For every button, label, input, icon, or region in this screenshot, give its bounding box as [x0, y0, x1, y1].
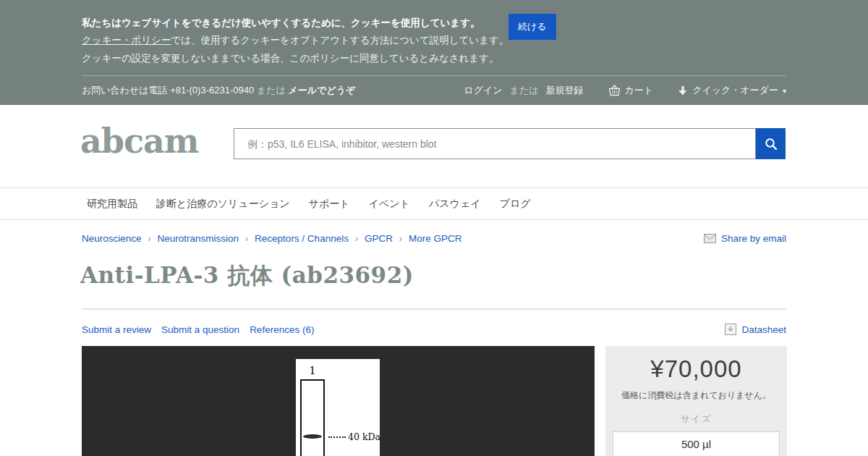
search-input[interactable] [234, 128, 756, 159]
references-link[interactable]: References (6) [250, 324, 314, 335]
protein-band [303, 434, 322, 439]
utility-bar: お問い合わせは電話 +81-(0)3-6231-0940 または メールでどうぞ… [82, 76, 786, 105]
product-image-western-blot[interactable]: 1 40 kDa [82, 346, 595, 456]
contact-email-link[interactable]: メールでどうぞ [288, 85, 355, 96]
download-icon [725, 324, 736, 335]
quick-order-caret-icon: ▾ [783, 87, 786, 95]
breadcrumb-separator-icon: › [355, 234, 358, 244]
molecular-weight-label: 40 kDa [348, 431, 380, 442]
tax-note: 価格に消費税は含まれておりません。 [605, 389, 787, 402]
price-amount: ¥70,000 [605, 355, 787, 383]
page-title: Anti-LPA-3 抗体 (ab23692) [80, 261, 414, 291]
nav-item-support[interactable]: サポート [309, 198, 350, 211]
breadcrumb-neurotransmission[interactable]: Neurotransmission [158, 233, 239, 244]
nav-item-research-products[interactable]: 研究用製品 [87, 198, 137, 211]
top-banner: 私たちはウェブサイトをできるだけ使いやすくするために、クッキーを使用しています。… [0, 0, 868, 105]
product-actions: Submit a review Submit a question Refere… [82, 324, 786, 335]
breadcrumb-separator-icon: › [399, 234, 402, 244]
marker-dotted-line [328, 436, 346, 438]
submit-question-link[interactable]: Submit a question [161, 324, 239, 335]
search-button[interactable] [756, 128, 786, 159]
breadcrumb-receptors-channels[interactable]: Receptors / Channels [255, 233, 349, 244]
title-divider [82, 308, 786, 310]
nav-item-blog[interactable]: ブログ [500, 198, 531, 211]
cookie-message-line2-rest: では、使用するクッキーをオプトアウトする方法について説明しています。 [171, 35, 509, 46]
cookie-message-line1: 私たちはウェブサイトをできるだけ使いやすくするために、クッキーを使用しています。 [82, 17, 480, 30]
main-nav: 研究用製品 診断と治療のソリューション サポート イベント パスウェイ ブログ [0, 187, 868, 220]
login-link[interactable]: ログイン [464, 84, 502, 97]
blot-lane [300, 379, 325, 456]
cart-link[interactable]: カート [608, 84, 654, 97]
submit-review-link[interactable]: Submit a review [82, 324, 151, 335]
contact-text: お問い合わせは電話 +81-(0)3-6231-0940 または メールでどうぞ [82, 84, 355, 97]
breadcrumb-separator-icon: › [148, 234, 151, 244]
breadcrumb-more-gpcr[interactable]: More GPCR [409, 233, 462, 244]
breadcrumb: Neuroscience › Neurotransmission › Recep… [82, 233, 786, 244]
register-link[interactable]: 新規登録 [546, 84, 584, 97]
western-blot-panel: 1 40 kDa [296, 359, 380, 456]
breadcrumb-separator-icon: › [245, 234, 248, 244]
search-icon [764, 137, 778, 151]
contact-phone: +81-(0)3-6231-0940 [170, 85, 254, 96]
share-by-email-link[interactable]: Share by email [704, 233, 786, 244]
nav-item-diagnostics-solutions[interactable]: 診断と治療のソリューション [156, 198, 290, 211]
cookie-continue-button[interactable]: 続ける [509, 14, 556, 40]
size-label: サイズ [605, 413, 787, 426]
cookie-policy-link[interactable]: クッキー・ポリシー [82, 35, 171, 46]
cart-basket-icon [608, 85, 621, 96]
quick-order-link[interactable]: クイック・オーダー ▾ [678, 84, 786, 97]
breadcrumb-neuroscience[interactable]: Neuroscience [82, 233, 142, 244]
size-select[interactable]: 500 µl [613, 431, 780, 456]
price-panel: ¥70,000 価格に消費税は含まれておりません。 サイズ 500 µl [605, 346, 787, 456]
datasheet-link[interactable]: Datasheet [725, 324, 786, 335]
breadcrumb-gpcr[interactable]: GPCR [365, 233, 393, 244]
nav-item-pathways[interactable]: パスウェイ [429, 198, 481, 211]
envelope-icon [704, 234, 716, 243]
cookie-message-line2: クッキー・ポリシーでは、使用するクッキーをオプトアウトする方法について説明してい… [82, 34, 509, 47]
cookie-message-line3: クッキーの設定を変更しないままでいる場合、このポリシーに同意しているとみなされま… [82, 52, 499, 65]
login-or-text: または [510, 84, 539, 97]
lane-number-label: 1 [300, 364, 325, 377]
abcam-logo[interactable]: abcam [80, 124, 198, 158]
nav-item-events[interactable]: イベント [369, 198, 410, 211]
quick-order-download-icon [678, 85, 688, 96]
